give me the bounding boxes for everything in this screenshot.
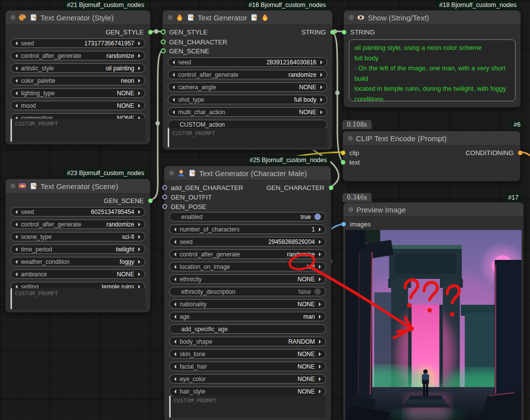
increment-arrow-icon[interactable]: [138, 79, 140, 83]
widget-facial-hair[interactable]: facial_hairNONE: [169, 362, 326, 371]
increment-arrow-icon[interactable]: [138, 210, 140, 214]
increment-arrow-icon[interactable]: [138, 260, 140, 264]
decrement-arrow-icon[interactable]: [174, 252, 176, 256]
widget-age[interactable]: ageman: [169, 312, 326, 321]
node-text-generator-character-male[interactable]: Text Generator (Character Male) add_GEN_…: [164, 166, 331, 420]
increment-arrow-icon[interactable]: [319, 377, 321, 381]
increment-arrow-icon[interactable]: [320, 98, 322, 102]
input-port-gen-scene[interactable]: [161, 48, 166, 53]
increment-arrow-icon[interactable]: [138, 91, 140, 95]
widget-lighting-type[interactable]: lighting_typeNONE: [10, 88, 145, 98]
increment-arrow-icon[interactable]: [138, 272, 140, 276]
decrement-arrow-icon[interactable]: [173, 60, 175, 64]
widget-artistic-style[interactable]: artistic_styleoil painting: [10, 63, 145, 73]
widget-mood[interactable]: moodNONE: [10, 101, 145, 110]
input-port-text[interactable]: [341, 160, 345, 165]
increment-arrow-icon[interactable]: [138, 41, 140, 45]
node-graph-canvas[interactable]: #21 Bjornulf_custom_nodes #16 Bjornulf_c…: [0, 0, 530, 420]
decrement-arrow-icon[interactable]: [15, 66, 17, 70]
widget-ambiance[interactable]: ambianceNONE: [10, 269, 145, 279]
toggle-on-icon[interactable]: [314, 213, 321, 220]
widget-seed[interactable]: seed6025134785454: [10, 207, 145, 216]
node-titlebar[interactable]: Text Generator (Character Male): [164, 166, 331, 181]
decrement-arrow-icon[interactable]: [15, 104, 17, 108]
widget-seed[interactable]: seed283912164030816: [168, 57, 327, 67]
input-port-gen-style[interactable]: [161, 29, 166, 34]
increment-arrow-icon[interactable]: [320, 60, 322, 64]
widget-scene-type[interactable]: scene_typesci-fi: [10, 232, 145, 241]
output-port-conditioning[interactable]: [518, 151, 523, 155]
custom-prompt-textarea[interactable]: CUSTOM_PROMPT: [168, 128, 327, 147]
increment-arrow-icon[interactable]: [319, 265, 321, 269]
decrement-arrow-icon[interactable]: [174, 315, 176, 319]
increment-arrow-icon[interactable]: [320, 73, 322, 77]
collapse-dot[interactable]: [10, 184, 15, 189]
input-port-clip[interactable]: [341, 151, 345, 155]
widget-color-palette[interactable]: color_paletteneon: [10, 76, 145, 85]
widget-body-shape[interactable]: body_shapeRANDOM: [169, 337, 326, 346]
custom-prompt-textarea[interactable]: CUSTOM_PROMPT: [10, 119, 145, 142]
node-titlebar[interactable]: Text Generator: [163, 10, 332, 25]
increment-arrow-icon[interactable]: [319, 227, 321, 231]
decrement-arrow-icon[interactable]: [173, 85, 175, 89]
node-text-generator[interactable]: Text Generator GEN_STYLE STRING GEN_CHAR…: [162, 10, 333, 150]
toggle-off-icon[interactable]: [314, 288, 321, 295]
decrement-arrow-icon[interactable]: [174, 340, 176, 344]
node-titlebar[interactable]: Show (String/Text): [344, 10, 521, 25]
widget-ethnicity[interactable]: ethnicityNONE: [169, 274, 326, 284]
node-titlebar[interactable]: Preview Image: [343, 203, 524, 217]
custom-prompt-textarea[interactable]: CUSTOM_PROMPT: [10, 288, 145, 309]
widget-control-after-generate[interactable]: control_after_generaterandomize: [10, 219, 145, 229]
input-port-gen-outfit[interactable]: [162, 195, 167, 200]
widget-hair-style[interactable]: hair_styleNONE: [169, 387, 326, 396]
widget-time-period[interactable]: time_periodtwilight: [10, 244, 145, 254]
widget-number-of-characters[interactable]: number_of_characters1: [169, 224, 326, 234]
decrement-arrow-icon[interactable]: [173, 73, 175, 77]
decrement-arrow-icon[interactable]: [15, 235, 17, 239]
node-show-string-text[interactable]: Show (String/Text) STRING oil painting s…: [343, 10, 521, 108]
increment-arrow-icon[interactable]: [319, 365, 321, 369]
decrement-arrow-icon[interactable]: [174, 377, 176, 381]
increment-arrow-icon[interactable]: [319, 302, 321, 306]
node-text-generator-scene[interactable]: Text Generator (Scene) GEN_SCENE seed602…: [5, 179, 151, 313]
collapse-dot[interactable]: [348, 207, 353, 212]
collapse-dot[interactable]: [348, 136, 353, 141]
widget-ethnicity-description[interactable]: ethnicity_descriptionfalse: [169, 287, 326, 296]
increment-arrow-icon[interactable]: [138, 235, 140, 239]
increment-arrow-icon[interactable]: [319, 352, 321, 356]
decrement-arrow-icon[interactable]: [15, 91, 17, 95]
increment-arrow-icon[interactable]: [319, 240, 321, 244]
increment-arrow-icon[interactable]: [138, 104, 140, 108]
widget-multi-char-action[interactable]: multi_char_actionNONE: [168, 107, 327, 117]
collapse-dot[interactable]: [10, 15, 15, 20]
widget-seed[interactable]: seed29458268529204: [169, 237, 326, 246]
widget-enabled[interactable]: enabledtrue: [169, 212, 326, 221]
decrement-arrow-icon[interactable]: [173, 98, 175, 102]
node-titlebar[interactable]: Text Generator (Scene): [5, 179, 150, 194]
decrement-arrow-icon[interactable]: [174, 352, 176, 356]
decrement-arrow-icon[interactable]: [15, 247, 17, 251]
input-port-gen-pose[interactable]: [162, 204, 167, 209]
input-port-add-gen-character[interactable]: [162, 185, 167, 190]
widget-nationality[interactable]: nationalityNONE: [169, 299, 326, 309]
increment-arrow-icon[interactable]: [138, 222, 140, 226]
widget-location-on-image[interactable]: location_on_imageleft: [169, 262, 326, 271]
show-text-output[interactable]: oil painting style, using a neon color s…: [349, 39, 516, 101]
input-port-string[interactable]: [342, 30, 346, 34]
decrement-arrow-icon[interactable]: [15, 79, 17, 83]
output-port-gen-character[interactable]: [329, 186, 333, 190]
widget-eye-color[interactable]: eye_colorNONE: [169, 374, 326, 384]
widget-camera-angle[interactable]: camera_angleNONE: [168, 82, 327, 92]
decrement-arrow-icon[interactable]: [174, 240, 176, 244]
decrement-arrow-icon[interactable]: [15, 222, 17, 226]
widget-control-after-generate[interactable]: control_after_generaterandomize: [169, 249, 326, 259]
increment-arrow-icon[interactable]: [138, 247, 140, 251]
widget-control-after-generate[interactable]: control_after_generaterandomize: [10, 51, 145, 60]
decrement-arrow-icon[interactable]: [15, 54, 17, 58]
input-port-images[interactable]: [341, 222, 346, 226]
output-port-gen-scene[interactable]: [148, 199, 153, 203]
collapse-dot[interactable]: [169, 171, 174, 176]
node-text-generator-style[interactable]: Text Generator (Style) GEN_STYLE seed173…: [5, 10, 151, 145]
decrement-arrow-icon[interactable]: [174, 277, 176, 281]
output-port-gen-style[interactable]: [148, 30, 153, 34]
